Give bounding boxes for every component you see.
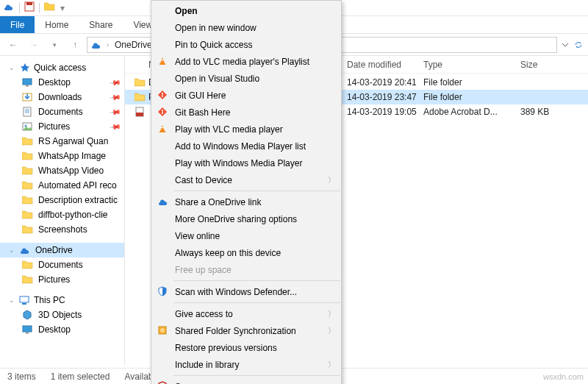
- tab-file[interactable]: File: [0, 16, 35, 33]
- status-item-count: 3 items: [7, 371, 36, 382]
- folder-sm-icon: [22, 166, 34, 176]
- sidebar-item[interactable]: Documents: [0, 257, 124, 272]
- folder-icon[interactable]: [44, 1, 56, 14]
- sidebar-item[interactable]: Desktop📌: [0, 75, 124, 90]
- menu-item[interactable]: Play with VLC media player: [151, 121, 341, 138]
- menu-item-label: Pin to Quick access: [175, 40, 252, 50]
- chevron-right-icon: 〉: [328, 326, 335, 336]
- pin-icon: 📌: [110, 91, 121, 103]
- recent-dropdown[interactable]: ▾: [46, 36, 63, 54]
- menu-item[interactable]: Shared Folder Synchronization〉: [151, 322, 341, 339]
- folder-sm-icon: [22, 210, 34, 220]
- menu-item-label: Open in Visual Studio: [175, 74, 259, 84]
- col-type[interactable]: Type: [423, 60, 520, 70]
- folder-icon: [22, 260, 34, 270]
- 3d-icon: [22, 310, 34, 320]
- menu-item-label: Play with Windows Media Player: [175, 158, 302, 168]
- overflow-icon[interactable]: ▾: [60, 3, 65, 13]
- menu-item-label: Git GUI Here: [175, 90, 226, 101]
- breadcrumb-root[interactable]: OneDrive: [113, 40, 154, 50]
- menu-item[interactable]: Pin to Quick access: [151, 36, 341, 53]
- vlc-icon: [157, 55, 168, 67]
- refresh-button[interactable]: [573, 40, 584, 50]
- menu-item[interactable]: Add to VLC media player's Playlist: [151, 53, 341, 70]
- sidebar-item[interactable]: Automated API reco: [0, 178, 124, 193]
- sidebar-item[interactable]: Desktop: [0, 322, 124, 337]
- col-date[interactable]: Date modified: [347, 60, 423, 70]
- menu-item[interactable]: Add to Windows Media Player list: [151, 138, 341, 154]
- menu-item[interactable]: Scan with Windows Defender...: [151, 283, 341, 300]
- sidebar-quick-access[interactable]: ⌄ Quick access: [0, 60, 124, 75]
- tab-share[interactable]: Share: [79, 16, 123, 33]
- sidebar-item-label: Downloads: [38, 92, 82, 102]
- pdf-icon: [132, 107, 148, 117]
- sync-icon: [157, 324, 168, 336]
- menu-item[interactable]: Restore previous versions: [151, 339, 341, 356]
- sidebar-item[interactable]: WhatsApp Image: [0, 149, 124, 163]
- up-button[interactable]: ↑: [66, 36, 84, 54]
- menu-item[interactable]: Cast to Device〉: [151, 171, 341, 188]
- cloud-icon: [157, 196, 168, 207]
- address-dropdown[interactable]: [560, 40, 570, 50]
- menu-item-label: Cast to Device: [175, 175, 232, 185]
- chevron-right-icon[interactable]: ›: [107, 41, 109, 49]
- menu-item[interactable]: Git Bash Here: [151, 104, 341, 121]
- folder-icon: [22, 274, 34, 285]
- menu-item-label: Shared Folder Synchronization: [175, 326, 296, 336]
- menu-item[interactable]: View online: [151, 227, 341, 244]
- mc-icon: [157, 380, 168, 384]
- onedrive-icon[interactable]: [3, 1, 15, 14]
- watermark: wsxdn.com: [543, 372, 584, 381]
- sidebar-thispc[interactable]: ⌄ This PC: [0, 293, 124, 307]
- menu-item[interactable]: Open in Visual Studio: [151, 70, 341, 87]
- sidebar-item[interactable]: Description extractic: [0, 193, 124, 207]
- file-date: 14-03-2019 19:05: [347, 107, 423, 117]
- forward-button[interactable]: →: [25, 36, 43, 54]
- svg-rect-16: [26, 2, 32, 5]
- sidebar-item[interactable]: 3D Objects: [0, 307, 124, 322]
- sidebar-item[interactable]: Pictures: [0, 272, 124, 287]
- menu-item[interactable]: Scan: [151, 378, 341, 384]
- menu-item-label: Scan with Windows Defender...: [175, 287, 297, 297]
- sidebar-item[interactable]: Pictures📌: [0, 119, 124, 134]
- menu-item[interactable]: Play with Windows Media Player: [151, 154, 341, 171]
- sidebar-item[interactable]: Downloads📌: [0, 90, 124, 104]
- menu-item-label: Add to VLC media player's Playlist: [175, 57, 309, 67]
- context-menu: OpenOpen in new windowPin to Quick acces…: [151, 0, 342, 384]
- sidebar-item[interactable]: RS Agarwal Quan: [0, 134, 124, 149]
- save-icon[interactable]: [24, 1, 35, 14]
- menu-item[interactable]: Share a OneDrive link: [151, 193, 341, 210]
- sidebar-onedrive[interactable]: ⌄ OneDrive: [0, 243, 124, 257]
- down-icon: [22, 92, 34, 102]
- col-size[interactable]: Size: [520, 60, 579, 70]
- menu-item[interactable]: Open: [151, 2, 341, 19]
- file-type: Adobe Acrobat D...: [423, 107, 520, 117]
- folder-icon: [132, 77, 148, 88]
- menu-item[interactable]: Give access to〉: [151, 305, 341, 322]
- sidebar-item-label: diffbot-python-clie: [38, 210, 108, 220]
- menu-item[interactable]: Git GUI Here: [151, 87, 341, 104]
- star-icon: [19, 63, 29, 73]
- menu-item[interactable]: Open in new window: [151, 19, 341, 36]
- folder-icon: [132, 92, 148, 102]
- menu-item-label: Share a OneDrive link: [175, 197, 261, 207]
- menu-item-label: Open in new window: [175, 23, 257, 33]
- menu-item[interactable]: Always keep on this device: [151, 244, 341, 261]
- menu-item[interactable]: Include in library〉: [151, 356, 341, 373]
- sidebar-item-label: RS Agarwal Quan: [38, 136, 108, 146]
- menu-item-label: Play with VLC media player: [175, 124, 283, 135]
- onedrive-icon: [90, 40, 102, 50]
- menu-item-label: Open: [175, 6, 198, 16]
- sidebar-item[interactable]: Documents📌: [0, 104, 124, 119]
- menu-item[interactable]: More OneDrive sharing options: [151, 210, 341, 227]
- sidebar-item[interactable]: Screenshots: [0, 222, 124, 237]
- back-button[interactable]: ←: [4, 36, 22, 54]
- menu-item-label: View online: [175, 231, 220, 241]
- sidebar-item[interactable]: WhatsApp Video: [0, 163, 124, 178]
- pin-icon: 📌: [110, 77, 121, 88]
- desktop-icon: [22, 324, 34, 335]
- onedrive-icon: [19, 245, 31, 255]
- pin-icon: 📌: [110, 106, 121, 118]
- tab-home[interactable]: Home: [35, 16, 79, 33]
- sidebar-item[interactable]: diffbot-python-clie: [0, 207, 124, 222]
